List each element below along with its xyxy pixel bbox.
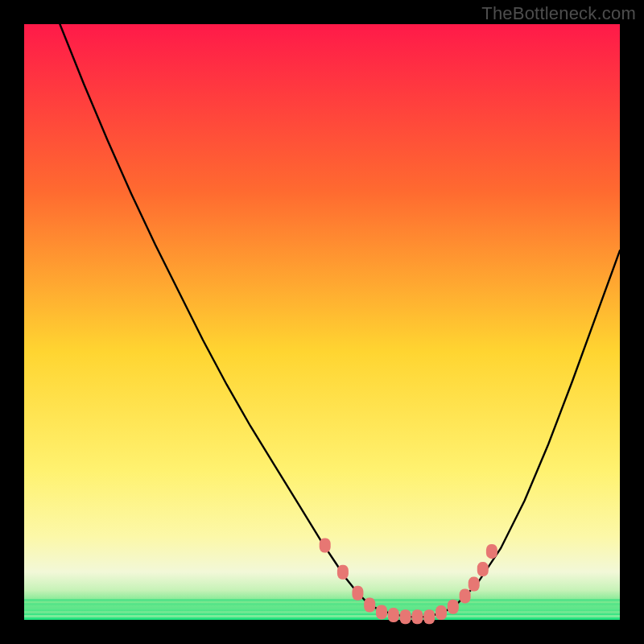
curve-marker bbox=[448, 600, 459, 614]
watermark-text: TheBottleneck.com bbox=[481, 3, 636, 24]
green-band bbox=[24, 607, 620, 609]
curve-marker bbox=[469, 577, 480, 592]
plot-background bbox=[24, 24, 620, 620]
curve-marker bbox=[388, 608, 399, 622]
curve-marker bbox=[477, 562, 489, 576]
bottleneck-chart bbox=[0, 0, 644, 644]
green-band bbox=[24, 611, 620, 613]
curve-marker bbox=[436, 605, 447, 620]
curve-marker bbox=[376, 605, 387, 619]
curve-marker bbox=[486, 544, 497, 559]
curve-marker bbox=[364, 598, 375, 613]
curve-marker bbox=[423, 609, 435, 624]
green-band bbox=[24, 615, 620, 617]
curve-marker bbox=[320, 539, 331, 553]
curve-marker bbox=[337, 565, 349, 580]
curve-marker bbox=[352, 586, 363, 601]
green-band bbox=[24, 599, 620, 601]
green-band bbox=[24, 603, 620, 605]
curve-marker bbox=[460, 588, 471, 603]
chart-frame: TheBottleneck.com bbox=[0, 0, 644, 644]
curve-marker bbox=[411, 609, 423, 624]
curve-marker bbox=[400, 609, 411, 624]
